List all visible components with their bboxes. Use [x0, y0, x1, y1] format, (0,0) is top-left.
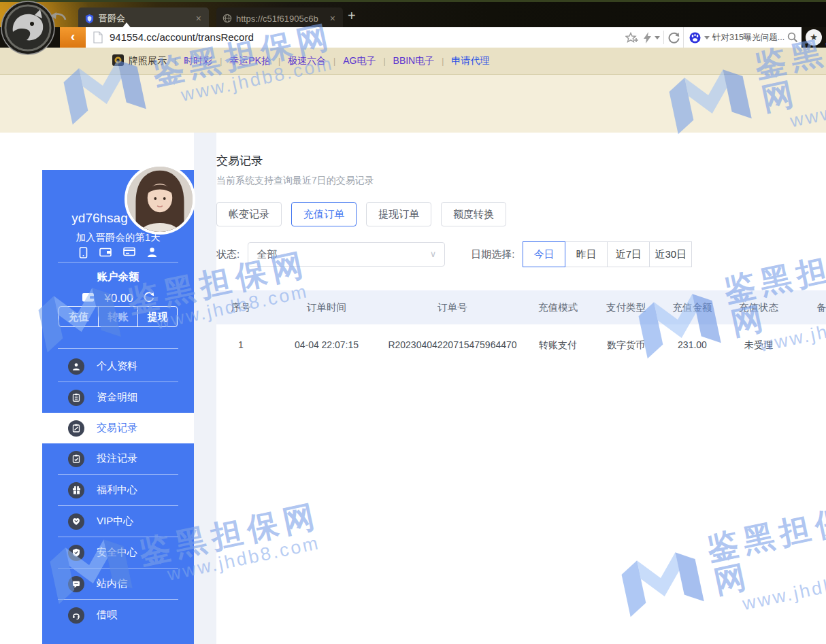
table-row: 1 04-04 22:07:15 R2023040422071547596447…	[216, 324, 826, 365]
username: yd76hsag	[71, 211, 127, 225]
date-today-button[interactable]: 今日	[523, 241, 565, 267]
wallet-icon	[82, 292, 95, 306]
tab-close-icon[interactable]: ×	[329, 13, 337, 24]
wallet-icon[interactable]	[99, 247, 112, 261]
cell-remark	[786, 324, 826, 365]
refresh-icon[interactable]	[668, 32, 680, 46]
browser-back-button[interactable]: ‹	[60, 27, 86, 48]
phone-icon[interactable]	[79, 247, 88, 261]
sidebar-item-bet-record[interactable]: 投注记录	[42, 443, 194, 474]
transfer-button[interactable]: 转账	[98, 307, 137, 326]
bookmark-add-icon[interactable]	[625, 32, 639, 46]
transaction-record-panel: 交易记录 当前系统支持查询最近7日的交易记录 帐变记录 充值订单 提现订单 额度…	[216, 133, 826, 644]
sidebar-item-funds-detail[interactable]: 资金明细	[42, 382, 194, 413]
joined-days: 加入晋爵会的第1天	[42, 231, 194, 244]
col-remark: 备注	[786, 290, 826, 324]
search-engine-caret[interactable]	[704, 36, 710, 39]
toolbar-divider	[663, 31, 664, 44]
balance-label: 账户余额	[42, 270, 194, 284]
browser-search-box[interactable]: 针对315曝光问题...	[683, 27, 802, 48]
page-title: 交易记录	[216, 153, 263, 169]
separator: |	[442, 56, 444, 66]
browser-url-bar: ‹ 941554.cc/account/transRecord 针对315曝光问…	[0, 27, 826, 48]
browser-tab-active[interactable]: 晋爵会 ×	[78, 7, 209, 29]
topbar-link-bbin[interactable]: BBIN电子	[393, 55, 435, 67]
sidebar-item-loan[interactable]: 借呗	[42, 600, 194, 630]
refresh-balance-icon[interactable]	[143, 291, 154, 306]
new-tab-button[interactable]: +	[348, 9, 356, 22]
tab-quota-convert[interactable]: 额度转换	[441, 202, 506, 226]
col-order-time: 订单时间	[265, 290, 388, 324]
lightning-dropdown-caret[interactable]	[655, 36, 660, 39]
status-label: 状态:	[216, 248, 239, 261]
favorites-star-button[interactable]: ★	[806, 29, 822, 46]
separator: |	[174, 56, 176, 66]
license-icon	[112, 54, 124, 68]
separator: |	[220, 56, 222, 66]
apply-agent-link[interactable]: 申请代理	[451, 55, 489, 67]
cell-pay-type: 数字货币	[599, 324, 653, 365]
separator: |	[383, 56, 385, 66]
col-deposit-mode: 充值模式	[517, 290, 599, 324]
sidebar-item-welfare-center[interactable]: 福利中心	[42, 475, 194, 505]
topbar-link-liuhe[interactable]: 极速六合	[288, 55, 326, 67]
sidebar-item-transaction-record[interactable]: 交易记录	[42, 413, 194, 443]
cheetah-browser-logo[interactable]	[1, 1, 55, 58]
message-icon	[68, 576, 84, 592]
search-icon[interactable]	[787, 32, 798, 46]
transactions-table: 序号 订单时间 订单号 充值模式 支付类型 充值金额 充值状态 备注 1 04-…	[216, 290, 826, 365]
status-select[interactable]: 全部 ∨	[248, 242, 445, 267]
date-7days-button[interactable]: 近7日	[607, 241, 650, 267]
clipboard-icon	[68, 390, 84, 406]
topbar-link-pk10[interactable]: 幸运PK拾	[229, 55, 271, 67]
topbar-link-ag[interactable]: AG电子	[343, 55, 376, 67]
quick-links	[42, 247, 194, 261]
license-link[interactable]: 牌照展示	[129, 55, 167, 67]
cell-order-no: R20230404220715475964470	[388, 324, 517, 365]
browser-tab-inactive[interactable]: https://c51f61905c6b ×	[216, 7, 343, 29]
person-icon[interactable]	[147, 247, 157, 261]
col-amount: 充值金额	[653, 290, 731, 324]
cell-status: 未受理	[731, 324, 786, 365]
url-input[interactable]: 941554.cc/account/transRecord	[110, 27, 254, 48]
bank-card-icon[interactable]	[123, 247, 135, 261]
tab-close-icon[interactable]: ×	[195, 13, 203, 24]
filter-row: 状态: 全部 ∨ 日期选择: 今日 昨日 近7日 近30日	[216, 241, 692, 267]
divider	[58, 262, 178, 262]
topbar-link-ssc[interactable]: 时时彩	[184, 55, 212, 67]
clipboard-pen-icon	[68, 420, 84, 437]
page-body: yd76hsagVIP 0 加入晋爵会的第1天 账户余额 ¥0.00 充值 转账…	[0, 133, 826, 644]
browser-tab-bar: 晋爵会 × https://c51f61905c6b × +	[0, 0, 826, 27]
sidebar-item-site-mail[interactable]: 站内信	[42, 569, 194, 599]
vip-badge-icon	[68, 513, 84, 530]
separator: |	[278, 56, 280, 66]
globe-icon	[222, 14, 232, 23]
status-value: 全部	[257, 248, 277, 260]
tab-account-change[interactable]: 帐变记录	[216, 202, 282, 226]
search-input[interactable]: 针对315曝光问题...	[712, 27, 784, 48]
col-order-no: 订单号	[388, 290, 517, 324]
cell-order-time: 04-04 22:07:15	[265, 324, 388, 365]
baidu-paw-icon[interactable]	[689, 32, 701, 46]
chevron-down-icon: ∨	[430, 243, 437, 266]
sidebar-item-vip-center[interactable]: VIP中心	[42, 506, 194, 537]
sidebar-item-security-center[interactable]: 安全中心	[42, 537, 194, 568]
col-index: 序号	[216, 290, 265, 324]
balance-amount: ¥0.00	[104, 292, 133, 305]
withdraw-button[interactable]: 提现	[137, 307, 177, 326]
date-yesterday-button[interactable]: 昨日	[565, 241, 608, 267]
site-links-bar: 牌照展示 | 时时彩 | 幸运PK拾 | 极速六合 | AG电子 | BBIN电…	[0, 48, 826, 75]
divider	[58, 348, 178, 349]
gift-icon	[68, 482, 84, 498]
lightning-icon[interactable]	[644, 32, 651, 46]
tab-favicon-icon	[84, 14, 95, 24]
deposit-button[interactable]: 充值	[59, 307, 98, 326]
headset-icon	[68, 607, 84, 624]
tab-withdraw-orders[interactable]: 提现订单	[366, 202, 431, 226]
record-type-tabs: 帐变记录 充值订单 提现订单 额度转换	[216, 202, 506, 226]
date-30days-button[interactable]: 近30日	[649, 241, 692, 267]
date-label: 日期选择:	[471, 248, 514, 261]
page-icon	[93, 31, 103, 46]
sidebar-item-profile[interactable]: 个人资料	[42, 351, 194, 382]
tab-deposit-orders[interactable]: 充值订单	[291, 202, 357, 226]
